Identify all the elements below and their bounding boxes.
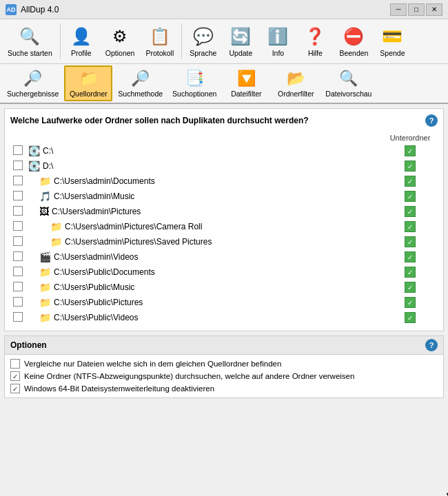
toolbar-btn-update[interactable]: 🔄 Update bbox=[223, 21, 258, 61]
folder-icon-11: 📁 bbox=[39, 312, 51, 323]
folder-path-text-2: C:\Users\admin\Documents bbox=[54, 176, 155, 186]
folder-check-9[interactable] bbox=[10, 280, 26, 295]
toolbar-btn-suche-starten[interactable]: 🔍 Suche starten bbox=[3, 21, 57, 61]
subfolder-checkbox-2[interactable]: ✓ bbox=[405, 176, 416, 187]
subfolder-check-11[interactable]: ✓ bbox=[383, 310, 438, 325]
table-row: 📁 C:\Users\Public\Documents ✓ bbox=[10, 265, 438, 280]
folder-icon-2: 📁 bbox=[39, 176, 51, 187]
dateivorschau-label: Dateivorschau bbox=[325, 90, 371, 98]
toolbar-btn-hilfe[interactable]: ❓ Hilfe bbox=[297, 21, 333, 61]
subfolder-check-2[interactable]: ✓ bbox=[383, 174, 438, 189]
title-bar: AD AllDup 4.0 ─ □ ✕ bbox=[0, 0, 448, 19]
folder-check-0[interactable] bbox=[10, 143, 26, 158]
toolbar2-btn-suchoptionen[interactable]: 📑 Suchoptionen bbox=[168, 65, 221, 101]
toolbar-btn-spende[interactable]: 💳 Spende bbox=[374, 21, 410, 61]
minimize-button[interactable]: ─ bbox=[390, 3, 407, 16]
folder-icon-5: 📁 bbox=[50, 221, 62, 232]
main-help-button[interactable]: ? bbox=[425, 114, 438, 127]
subfolder-checkbox-0[interactable]: ✓ bbox=[405, 145, 416, 156]
subfolder-checkbox-4[interactable]: ✓ bbox=[405, 206, 416, 217]
folder-check-5[interactable] bbox=[10, 219, 26, 234]
main-content: Welche Laufwerke oder Ordner sollen nach… bbox=[4, 108, 444, 331]
toolbar-btn-optionen[interactable]: ⚙ Optionen bbox=[101, 21, 140, 61]
suche-starten-label: Suche starten bbox=[8, 49, 52, 57]
subfolder-check-1[interactable]: ✓ bbox=[383, 158, 438, 174]
quellordner-label: Quellordner bbox=[70, 90, 108, 98]
subfolder-checkbox-10[interactable]: ✓ bbox=[405, 297, 416, 308]
folder-path-2: 📁 C:\Users\admin\Documents bbox=[26, 174, 383, 189]
option-checkbox-no-ntfs[interactable]: ✓ bbox=[10, 371, 20, 381]
folder-check-3[interactable] bbox=[10, 189, 26, 204]
folder-check-8[interactable] bbox=[10, 265, 26, 280]
folder-checkbox-10[interactable] bbox=[13, 297, 23, 307]
close-button[interactable]: ✕ bbox=[426, 3, 442, 16]
folder-check-1[interactable] bbox=[10, 158, 26, 174]
folder-icon-10: 📁 bbox=[39, 297, 51, 308]
options-help-button[interactable]: ? bbox=[425, 339, 438, 351]
toolbar2-btn-quellordner[interactable]: 📁 Quellordner bbox=[64, 65, 112, 101]
toolbar2-btn-suchergebnisse[interactable]: 🔎 Suchergebnisse bbox=[3, 65, 63, 101]
folder-checkbox-6[interactable] bbox=[13, 236, 23, 246]
option-row-win64: ✓ Windows 64-Bit Dateisystemweiterleitun… bbox=[10, 384, 438, 393]
subfolder-check-6[interactable]: ✓ bbox=[383, 234, 438, 249]
subfolder-checkbox-5[interactable]: ✓ bbox=[405, 221, 416, 232]
subfolder-checkbox-1[interactable]: ✓ bbox=[405, 161, 416, 172]
options-section: Optionen ? Vergleiche nur Dateien welche… bbox=[4, 335, 444, 398]
subfolder-checkbox-11[interactable]: ✓ bbox=[405, 312, 416, 323]
sprache-label: Sprache bbox=[190, 49, 216, 57]
folder-checkbox-7[interactable] bbox=[13, 251, 23, 261]
folder-checkbox-4[interactable] bbox=[13, 206, 23, 216]
beenden-label: Beenden bbox=[339, 49, 368, 57]
folder-checkbox-3[interactable] bbox=[13, 191, 23, 200]
toolbar-btn-sprache[interactable]: 💬 Sprache bbox=[185, 21, 221, 61]
maximize-button[interactable]: □ bbox=[408, 3, 425, 16]
subfolder-check-0[interactable]: ✓ bbox=[383, 143, 438, 158]
folder-checkbox-5[interactable] bbox=[13, 221, 23, 231]
subfolder-check-4[interactable]: ✓ bbox=[383, 204, 438, 219]
table-row: 💽 C:\ ✓ bbox=[10, 143, 438, 158]
toolbar2-btn-dateivorschau[interactable]: 🔍 Dateivorschau bbox=[321, 65, 376, 101]
subfolder-checkbox-8[interactable]: ✓ bbox=[405, 267, 416, 278]
option-label-no-ntfs: Keine Ordner (NTFS-Abzweigungspunkte) du… bbox=[24, 372, 354, 380]
subfolder-checkbox-3[interactable]: ✓ bbox=[405, 191, 416, 202]
toolbar-separator bbox=[181, 23, 182, 59]
hilfe-icon: ❓ bbox=[304, 25, 326, 48]
option-row-same-source: Vergleiche nur Dateien welche sich in de… bbox=[10, 359, 438, 369]
folder-path-0: 💽 C:\ bbox=[26, 143, 383, 158]
folder-check-2[interactable] bbox=[10, 174, 26, 189]
folder-table: Unterordner 💽 C:\ ✓ 💽 D:\ ✓ bbox=[10, 132, 438, 325]
subfolder-check-8[interactable]: ✓ bbox=[383, 265, 438, 280]
subfolder-check-10[interactable]: ✓ bbox=[383, 295, 438, 310]
folder-checkbox-11[interactable] bbox=[13, 312, 23, 322]
folder-checkbox-2[interactable] bbox=[13, 176, 23, 185]
subfolder-check-5[interactable]: ✓ bbox=[383, 219, 438, 234]
folder-check-6[interactable] bbox=[10, 234, 26, 249]
option-checkbox-same-source[interactable] bbox=[10, 359, 20, 369]
folder-check-7[interactable] bbox=[10, 249, 26, 265]
subfolder-checkbox-9[interactable]: ✓ bbox=[405, 282, 416, 293]
title-bar-controls: ─ □ ✕ bbox=[390, 3, 442, 16]
folder-check-4[interactable] bbox=[10, 204, 26, 219]
toolbar2-btn-dateifilter[interactable]: 🔽 Dateifilter bbox=[222, 65, 270, 101]
subfolder-check-7[interactable]: ✓ bbox=[383, 249, 438, 265]
subfolder-check-3[interactable]: ✓ bbox=[383, 189, 438, 204]
toolbar2-btn-suchmethode[interactable]: 🔎 Suchmethode bbox=[114, 65, 167, 101]
toolbar-btn-info[interactable]: ℹ️ Info bbox=[260, 21, 296, 61]
folder-checkbox-8[interactable] bbox=[13, 267, 23, 276]
option-checkbox-win64[interactable]: ✓ bbox=[10, 384, 20, 393]
folder-checkbox-9[interactable] bbox=[13, 282, 23, 291]
folder-check-11[interactable] bbox=[10, 310, 26, 325]
suche-starten-icon: 🔍 bbox=[19, 25, 41, 48]
subfolder-checkbox-7[interactable]: ✓ bbox=[405, 251, 416, 262]
toolbar-btn-profile[interactable]: 👤 Profile bbox=[63, 21, 99, 61]
folder-check-10[interactable] bbox=[10, 295, 26, 310]
table-row: 📁 C:\Users\admin\Pictures\Camera Roll ✓ bbox=[10, 219, 438, 234]
toolbar-btn-protokoll[interactable]: 📋 Protokoll bbox=[141, 21, 179, 61]
folder-checkbox-0[interactable] bbox=[13, 145, 23, 155]
subfolder-checkbox-6[interactable]: ✓ bbox=[405, 236, 416, 247]
subfolder-check-9[interactable]: ✓ bbox=[383, 280, 438, 295]
toolbar-btn-beenden[interactable]: ⛔ Beenden bbox=[334, 21, 373, 61]
toolbar2-btn-ordnerfilter[interactable]: 📂 Ordnerfilter bbox=[272, 65, 320, 101]
folder-icon-1: 💽 bbox=[28, 161, 40, 172]
folder-checkbox-1[interactable] bbox=[13, 161, 23, 170]
